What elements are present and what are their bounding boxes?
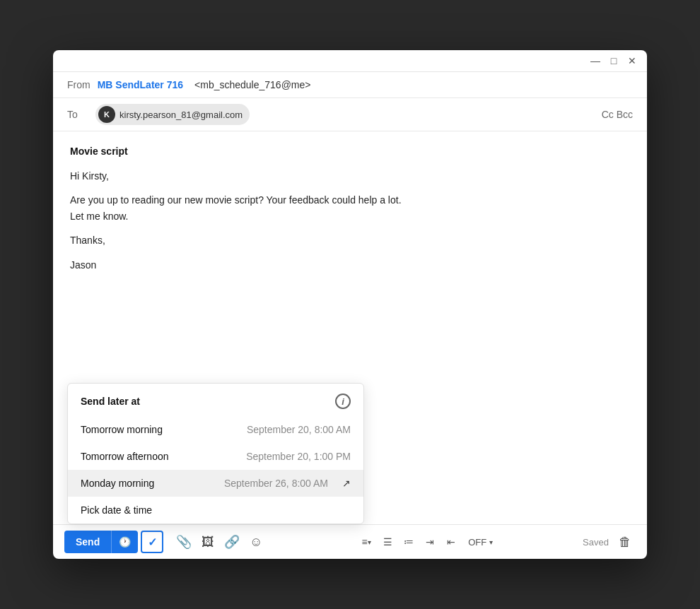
toolbar: Send 🕐 ✓ 📎 🖼 🔗 ☺ [53, 524, 647, 559]
off-toggle[interactable]: OFF ▾ [468, 537, 493, 548]
check-icon: ✓ [148, 536, 157, 549]
image-icon-button[interactable]: 🖼 [197, 531, 218, 552]
outdent-button[interactable]: ⇤ [441, 532, 461, 552]
to-row: To K kirsty.pearson_81@gmail.com Cc Bcc [53, 98, 647, 131]
option-label: Tomorrow morning [81, 424, 163, 435]
from-label: From [67, 79, 91, 90]
saved-label: Saved [583, 537, 609, 548]
from-email: <mb_schedule_716@me> [194, 79, 310, 90]
send-button[interactable]: Send [64, 531, 111, 553]
send-later-title: Send later at [81, 396, 140, 407]
align-dropdown-icon: ▾ [368, 538, 371, 546]
emoji-icon-button[interactable]: ☺ [245, 531, 267, 552]
cursor-icon: ↗ [342, 478, 351, 489]
option-time: September 26, 8:00 AM [224, 478, 328, 489]
indent-icon: ⇥ [426, 536, 434, 548]
send-button-group: Send 🕐 [64, 531, 138, 553]
emoji-icon: ☺ [250, 535, 262, 550]
send-later-option-monday-morning[interactable]: Monday morning September 26, 8:00 AM ↗ [68, 470, 363, 497]
number-list-button[interactable]: ≔ [399, 532, 419, 552]
from-row: From MB SendLater 716 <mb_schedule_716@m… [53, 72, 647, 98]
minimize-button[interactable]: — [590, 56, 600, 66]
send-later-option-tomorrow-afternoon[interactable]: Tomorrow afternoon September 20, 1:00 PM [68, 443, 363, 470]
option-label: Pick date & time [81, 504, 152, 516]
toolbar-middle: 📎 🖼 🔗 ☺ [173, 531, 267, 552]
trash-icon-button[interactable]: 🗑 [614, 531, 636, 552]
image-icon: 🖼 [202, 535, 214, 550]
attach-icon-button[interactable]: 📎 [173, 531, 194, 552]
send-later-option-pick-date[interactable]: Pick date & time [68, 497, 363, 524]
to-label: To [67, 109, 88, 120]
cc-bcc-button[interactable]: Cc Bcc [602, 109, 633, 120]
indent-button[interactable]: ⇥ [420, 532, 440, 552]
send-later-option-tomorrow-morning[interactable]: Tomorrow morning September 20, 8:00 AM [68, 416, 363, 443]
email-body[interactable]: Hi Kirsty, Are you up to reading our new… [70, 168, 630, 273]
attach-icon: 📎 [176, 534, 192, 550]
send-clock-button[interactable]: 🕐 [111, 531, 138, 553]
bullet-list-button[interactable]: ☰ [378, 532, 397, 552]
send-later-header: Send later at i [68, 384, 363, 416]
align-icon: ≡ [362, 536, 368, 548]
link-icon: 🔗 [224, 534, 240, 550]
option-time: September 20, 1:00 PM [246, 451, 351, 462]
compose-window: — □ ✕ From MB SendLater 716 <mb_schedule… [53, 50, 647, 559]
check-button[interactable]: ✓ [141, 531, 163, 553]
to-recipient-chip[interactable]: K kirsty.pearson_81@gmail.com [95, 104, 250, 125]
number-list-icon: ≔ [404, 536, 414, 548]
from-name: MB SendLater 716 [98, 79, 183, 90]
align-icon-button[interactable]: ≡ ▾ [356, 532, 376, 552]
body-signature: Jason [70, 257, 630, 273]
to-email: kirsty.pearson_81@gmail.com [119, 110, 243, 120]
subject-line: Movie script [70, 146, 630, 157]
body-paragraph1: Are you up to reading our new movie scri… [70, 192, 630, 224]
window-controls: — □ ✕ [590, 56, 637, 66]
compose-body[interactable]: Movie script Hi Kirsty, Are you up to re… [53, 131, 647, 524]
info-icon[interactable]: i [335, 394, 351, 409]
send-later-panel: Send later at i Tomorrow morning Septemb… [67, 383, 364, 524]
greeting: Hi Kirsty, [70, 168, 630, 184]
outdent-icon: ⇤ [447, 536, 455, 548]
body-closing: Thanks, [70, 232, 630, 248]
toolbar-right: Saved 🗑 [583, 531, 636, 552]
title-bar: — □ ✕ [53, 50, 647, 72]
off-label: OFF [468, 537, 486, 548]
option-label: Monday morning [81, 478, 154, 489]
link-icon-button[interactable]: 🔗 [221, 531, 243, 552]
close-button[interactable]: ✕ [627, 56, 637, 66]
bullet-list-icon: ☰ [383, 536, 392, 548]
maximize-button[interactable]: □ [609, 56, 619, 66]
off-dropdown-icon: ▾ [489, 538, 493, 546]
clock-icon: 🕐 [119, 536, 131, 548]
toolbar-left: Send 🕐 ✓ [64, 531, 163, 553]
option-time: September 20, 8:00 AM [247, 424, 351, 435]
option-label: Tomorrow afternoon [81, 451, 169, 462]
format-group: ≡ ▾ ☰ ≔ ⇥ ⇤ OFF ▾ [356, 532, 493, 552]
trash-icon: 🗑 [619, 535, 631, 550]
avatar: K [98, 106, 115, 123]
